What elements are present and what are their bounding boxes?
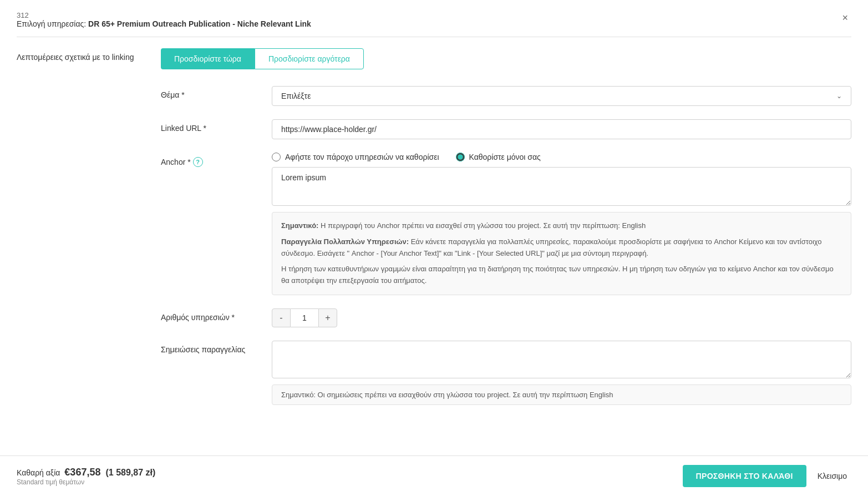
notes-info-box: Σημαντικό: Οι σημειώσεις πρέπει να εισαχ… xyxy=(272,384,851,405)
chevron-down-icon: ⌄ xyxy=(836,92,842,100)
modal-footer: Καθαρή αξία €367,58 (1 589,87 zł) Standa… xyxy=(0,455,868,496)
anchor-textarea[interactable] xyxy=(272,167,851,206)
quantity-label: Αριθμός υπηρεσιών * xyxy=(161,308,272,322)
modal-header-info: 312 Επιλογή υπηρεσίας: DR 65+ Premium Ou… xyxy=(17,11,311,28)
net-value-label: Καθαρή αξία xyxy=(17,468,60,477)
linked-url-label: Linked URL * xyxy=(161,119,272,133)
notes-content: Σημαντικό: Οι σημειώσεις πρέπει να εισαχ… xyxy=(272,341,851,405)
service-label: Επιλογή υπηρεσίας: xyxy=(17,19,86,28)
info-multi-paragraph: Παραγγελία Πολλαπλών Υπηρεσιών: Εάν κάνε… xyxy=(281,236,842,260)
quantity-content: - 1 + xyxy=(272,308,851,327)
toggle-now-button[interactable]: Προσδιορίστε τώρα xyxy=(161,48,255,69)
anchor-label-container: Anchor * ? xyxy=(161,153,272,167)
anchor-radio-group: Αφήστε τον πάροχο υπηρεσιών να καθορίσει… xyxy=(272,153,851,161)
theme-dropdown[interactable]: Επιλέξτε ⌄ xyxy=(272,86,851,106)
close-icon: × xyxy=(842,12,848,23)
modal-close-button[interactable]: × xyxy=(839,11,851,25)
anchor-radio-provider-label: Αφήστε τον πάροχο υπηρεσιών να καθορίσει xyxy=(285,153,439,161)
add-to-cart-button[interactable]: ΠΡΟΣΘΗΚΗ ΣΤΟ ΚΑΛΆΘΙ xyxy=(683,465,806,487)
form-body: Λεπτομέρειες σχετικά με το linking Προσδ… xyxy=(17,48,851,418)
modal-header: 312 Επιλογή υπηρεσίας: DR 65+ Premium Ou… xyxy=(17,11,851,37)
order-number: 312 xyxy=(17,11,311,19)
price-pln-value: (1 589,87 zł) xyxy=(105,468,155,477)
theme-dropdown-value: Επιλέξτε xyxy=(281,92,311,100)
footer-close-button[interactable]: Κλεισιμο xyxy=(813,465,851,487)
anchor-label: Anchor * xyxy=(161,158,191,166)
anchor-content: Αφήστε τον πάροχο υπηρεσιών να καθορίσει… xyxy=(272,153,851,295)
notes-label: Σημειώσεις παραγγελίας xyxy=(161,341,272,354)
anchor-radio-provider-input[interactable] xyxy=(272,153,281,161)
info-important-paragraph: Σημαντικό: Η περιγραφή του Anchor πρέπει… xyxy=(281,220,842,232)
linked-url-input[interactable] xyxy=(272,119,851,139)
theme-content: Επιλέξτε ⌄ xyxy=(272,86,851,106)
quantity-increase-button[interactable]: + xyxy=(318,308,337,327)
anchor-info-box: Σημαντικό: Η περιγραφή του Anchor πρέπει… xyxy=(272,212,851,295)
quantity-row: Αριθμός υπηρεσιών * - 1 + xyxy=(161,308,851,327)
quantity-decrease-button[interactable]: - xyxy=(272,308,291,327)
help-icon[interactable]: ? xyxy=(193,157,203,167)
anchor-row: Anchor * ? Αφήστε τον πάροχο υπηρεσιών ν… xyxy=(161,153,851,295)
price-eur: €367,58 (1 589,87 zł) xyxy=(64,467,155,478)
linking-section-label: Λεπτομέρειες σχετικά με το linking xyxy=(17,53,139,62)
theme-row: Θέμα * Επιλέξτε ⌄ xyxy=(161,86,851,106)
quantity-value: 1 xyxy=(291,308,318,327)
service-selection: Επιλογή υπηρεσίας: DR 65+ Premium Outrea… xyxy=(17,19,311,28)
toggle-group: Προσδιορίστε τώρα Προσδιορίστε αργότερα xyxy=(161,48,851,69)
form-left-section: Λεπτομέρειες σχετικά με το linking xyxy=(17,48,139,418)
anchor-radio-self[interactable]: Καθορίστε μόνοι σας xyxy=(456,153,541,161)
notes-info-text: Σημαντικό: Οι σημειώσεις πρέπει να εισαχ… xyxy=(281,391,613,399)
anchor-radio-self-input[interactable] xyxy=(456,153,465,161)
quantity-stepper: - 1 + xyxy=(272,308,851,327)
info-important-label: Σημαντικό: xyxy=(281,221,318,230)
standard-label: Standard τιμή θεμάτων xyxy=(17,478,155,486)
anchor-radio-provider[interactable]: Αφήστε τον πάροχο υπηρεσιών να καθορίσει xyxy=(272,153,439,161)
notes-textarea[interactable] xyxy=(272,341,851,378)
theme-label: Θέμα * xyxy=(161,86,272,99)
notes-row: Σημειώσεις παραγγελίας Σημαντικό: Οι σημ… xyxy=(161,341,851,405)
info-multi-label: Παραγγελία Πολλαπλών Υπηρεσιών: xyxy=(281,237,409,246)
linked-url-content xyxy=(272,119,851,139)
service-name: DR 65+ Premium Outreach Publication - Ni… xyxy=(88,19,311,28)
anchor-radio-self-label: Καθορίστε μόνοι σας xyxy=(469,153,541,161)
info-quality-paragraph: Η τήρηση των κατευθυντήριων γραμμών είνα… xyxy=(281,264,842,287)
footer-price: Καθαρή αξία €367,58 (1 589,87 zł) Standa… xyxy=(17,467,155,486)
toggle-later-button[interactable]: Προσδιορίστε αργότερα xyxy=(255,48,364,69)
form-right-section: Προσδιορίστε τώρα Προσδιορίστε αργότερα … xyxy=(161,48,851,418)
modal-container: 312 Επιλογή υπηρεσίας: DR 65+ Premium Ou… xyxy=(0,0,868,496)
footer-buttons: ΠΡΟΣΘΗΚΗ ΣΤΟ ΚΑΛΆΘΙ Κλεισιμο xyxy=(683,465,851,487)
linked-url-row: Linked URL * xyxy=(161,119,851,139)
price-eur-value: €367,58 xyxy=(64,467,100,478)
info-important-text: Η περιγραφή του Anchor πρέπει να εισαχθε… xyxy=(321,221,646,230)
